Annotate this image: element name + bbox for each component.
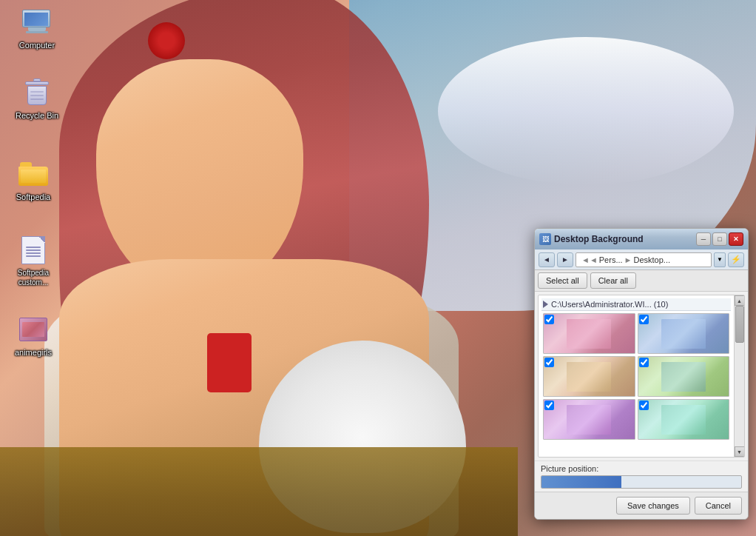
desktop-background-dialog: 🖼 Desktop Background ─ □ ✕ ◄ ► ◄◄ Pers..… [534, 228, 749, 520]
softpedia-icon-label: Softpedia [16, 192, 50, 202]
position-slider-track[interactable] [541, 475, 742, 489]
dialog-title-left: 🖼 Desktop Background [539, 233, 644, 245]
nav-refresh-button[interactable]: ⚡ [728, 252, 744, 267]
dialog-window-controls: ─ □ ✕ [696, 232, 743, 246]
thumbnail-checkbox-5[interactable] [544, 401, 554, 410]
content-scrollbar: ▲ ▼ [734, 295, 744, 457]
sky-clouds [438, 37, 734, 185]
animegirls-icon-image [18, 315, 48, 344]
thumbnail-image-2 [638, 313, 730, 354]
thumbnail-image-6 [638, 399, 730, 440]
thumbnail-item-3[interactable] [543, 356, 635, 397]
recycle-icon-image [22, 78, 52, 107]
thumbnails-grid [541, 311, 731, 442]
cancel-button[interactable]: Cancel [695, 497, 742, 515]
recycle-icon-label: Recycle Bin [16, 110, 58, 121]
path-part-2: Desktop... [633, 255, 670, 264]
nav-back-button[interactable]: ◄ [539, 252, 555, 267]
desktop-icon-animegirls[interactable]: animegirls [4, 315, 63, 358]
thumbnail-checkbox-3[interactable] [544, 358, 554, 367]
nav-dropdown-button[interactable]: ▼ [714, 252, 726, 267]
computer-icon-image [22, 7, 52, 37]
path-separator-2: ► [624, 255, 632, 264]
dialog-titlebar: 🖼 Desktop Background ─ □ ✕ [535, 229, 748, 249]
clear-all-button[interactable]: Clear all [590, 272, 636, 289]
desktop-icon-recycle[interactable]: Recycle Bin [7, 78, 67, 121]
position-slider-fill [541, 476, 621, 488]
thumbnail-checkbox-2[interactable] [639, 315, 649, 324]
thumbnail-item-1[interactable] [543, 313, 635, 354]
scroll-thumb[interactable] [735, 306, 744, 343]
close-button[interactable]: ✕ [729, 232, 743, 246]
scroll-up-arrow[interactable]: ▲ [735, 295, 745, 306]
thumbnail-item-6[interactable] [638, 399, 730, 440]
animegirls-icon-label: animegirls [15, 347, 52, 358]
desktop-icon-softpedia-custom[interactable]: Softpedia custom... [4, 235, 63, 287]
desktop-icon-softpedia[interactable]: Softpedia [4, 159, 63, 202]
dialog-content-area: C:\Users\Administrator.WI... (10) [538, 295, 745, 458]
folder-path-label: C:\Users\Administrator.WI... (10) [551, 300, 668, 309]
softpedia-custom-icon-image [18, 235, 48, 265]
thumbnail-item-5[interactable] [543, 399, 635, 440]
thumbnail-image-3 [543, 356, 635, 397]
path-part-1: Pers... [599, 255, 623, 264]
dialog-navigation-bar: ◄ ► ◄◄ Pers... ► Desktop... ▼ ⚡ [535, 249, 748, 270]
nav-forward-button[interactable]: ► [557, 252, 573, 267]
scroll-track[interactable] [735, 306, 745, 446]
thumbnail-item-4[interactable] [638, 356, 730, 397]
character-ribbon [207, 333, 252, 392]
computer-icon-label: Computer [19, 40, 55, 50]
folder-header: C:\Users\Administrator.WI... (10) [541, 298, 731, 311]
thumbnail-image-4 [638, 356, 730, 397]
thumbnail-checkbox-4[interactable] [639, 358, 649, 367]
thumbnail-checkbox-6[interactable] [639, 401, 649, 410]
select-all-button[interactable]: Select all [538, 272, 587, 289]
folder-group: C:\Users\Administrator.WI... (10) [541, 298, 731, 442]
select-clear-toolbar: Select all Clear all [535, 270, 748, 292]
floor-decoration [0, 447, 518, 536]
minimize-button[interactable]: ─ [696, 232, 711, 246]
character-flower [148, 22, 185, 59]
dialog-title-text: Desktop Background [554, 234, 644, 244]
dialog-footer: Save changes Cancel [535, 492, 748, 519]
desktop-icon-computer[interactable]: Computer [7, 7, 67, 50]
picture-position-label: Picture position: [541, 464, 742, 473]
thumbnail-image-1 [543, 313, 635, 354]
path-separator-1: ◄◄ [581, 255, 598, 264]
animegirls-thumb [19, 318, 47, 341]
save-changes-button[interactable]: Save changes [616, 497, 690, 515]
maximize-button[interactable]: □ [712, 232, 727, 246]
thumbnails-container: C:\Users\Administrator.WI... (10) [539, 295, 734, 457]
scroll-down-arrow[interactable]: ▼ [735, 446, 745, 457]
folder-triangle-icon [543, 301, 548, 308]
desktop: SOF Computer Recycle Bin [0, 0, 756, 536]
thumbnail-item-2[interactable] [638, 313, 730, 354]
dialog-icon: 🖼 [539, 233, 551, 245]
picture-position-section: Picture position: [535, 460, 748, 492]
thumbnail-image-5 [543, 399, 635, 440]
nav-path-display: ◄◄ Pers... ► Desktop... [576, 252, 712, 267]
thumbnail-checkbox-1[interactable] [544, 315, 554, 324]
softpedia-icon-image [18, 159, 48, 189]
softpedia-custom-icon-label: Softpedia custom... [4, 268, 63, 287]
